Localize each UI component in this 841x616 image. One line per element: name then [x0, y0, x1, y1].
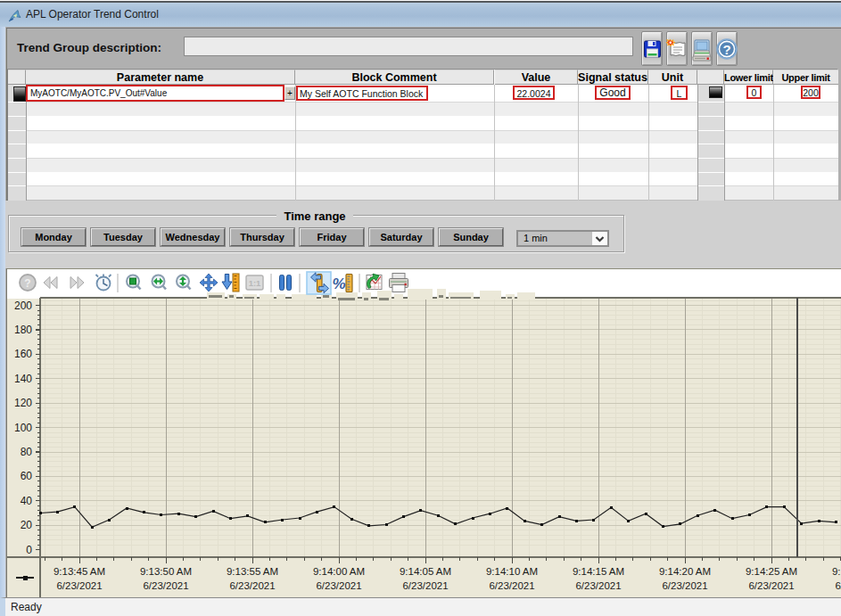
svg-text:6/23/2021: 6/23/2021	[835, 580, 841, 591]
svg-text:6/23/2021: 6/23/2021	[575, 580, 621, 591]
svg-text:%: %	[332, 275, 345, 292]
svg-text:0: 0	[26, 544, 32, 556]
svg-text:6/23/2021: 6/23/2021	[229, 580, 275, 591]
svg-text:?: ?	[722, 42, 730, 57]
svg-text:6/23/2021: 6/23/2021	[662, 580, 707, 591]
svg-text:9:13:50 AM: 9:13:50 AM	[140, 566, 192, 577]
svg-text:9:14:15 AM: 9:14:15 AM	[573, 566, 624, 577]
svg-text:9:14:00 AM: 9:14:00 AM	[313, 566, 365, 577]
svg-text:180: 180	[14, 324, 32, 336]
svg-text:140: 140	[14, 373, 32, 385]
svg-text:9:14:25 AM: 9:14:25 AM	[746, 566, 797, 577]
svg-text:?: ?	[24, 277, 30, 290]
svg-text:200: 200	[14, 300, 32, 312]
svg-text:6/23/2021: 6/23/2021	[56, 580, 102, 591]
svg-text:6/23/2021: 6/23/2021	[489, 580, 534, 591]
svg-text:80: 80	[21, 446, 33, 458]
svg-text:9:13:45 AM: 9:13:45 AM	[54, 566, 105, 577]
svg-text:9:14:30 AM: 9:14:30 AM	[832, 566, 841, 577]
svg-text:6/23/2021: 6/23/2021	[143, 580, 188, 591]
svg-text:1:1: 1:1	[249, 278, 261, 288]
svg-text:160: 160	[14, 348, 32, 360]
svg-text:6/23/2021: 6/23/2021	[748, 580, 794, 591]
svg-text:120: 120	[14, 397, 32, 409]
svg-text:9:14:05 AM: 9:14:05 AM	[400, 566, 451, 577]
svg-text:9:13:55 AM: 9:13:55 AM	[227, 566, 278, 577]
svg-text:9:14:20 AM: 9:14:20 AM	[659, 566, 711, 577]
svg-text:6/23/2021: 6/23/2021	[402, 580, 448, 591]
svg-text:40: 40	[21, 495, 33, 507]
svg-text:60: 60	[21, 470, 33, 482]
svg-text:20: 20	[21, 519, 33, 531]
svg-text:100: 100	[14, 422, 32, 434]
svg-text:9:14:10 AM: 9:14:10 AM	[486, 566, 538, 577]
svg-text:6/23/2021: 6/23/2021	[316, 580, 361, 591]
